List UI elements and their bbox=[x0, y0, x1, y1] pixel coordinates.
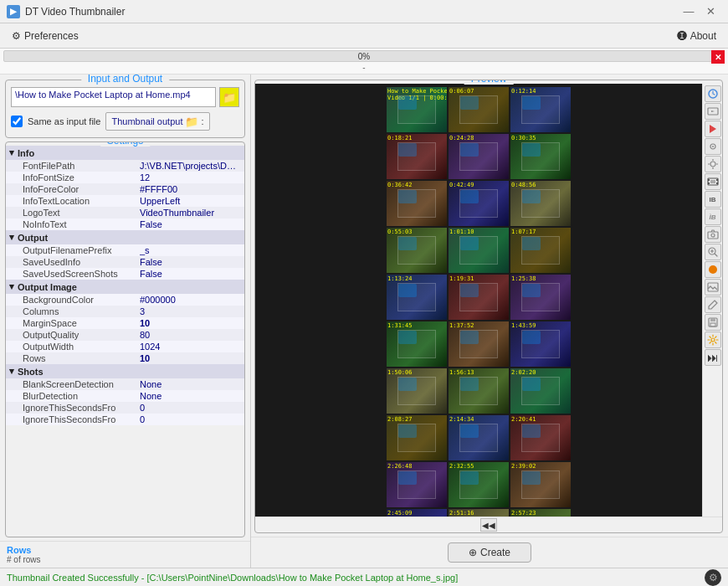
thumb-image: 2:14:34 bbox=[449, 415, 509, 460]
thumb-image: 2:02:20 bbox=[510, 368, 571, 414]
thumb-image: 0:36:42 bbox=[387, 181, 447, 226]
thumb-row: 1:13:24 1:19:31 1:25:38 bbox=[387, 275, 571, 320]
settings-shots-header[interactable]: ▾ Shots bbox=[6, 364, 244, 378]
thumb-image: 2:20:41 bbox=[510, 415, 571, 460]
progress-close-button[interactable]: ✕ bbox=[711, 50, 725, 64]
settings-item-outputquality[interactable]: OutputQuality 80 bbox=[6, 329, 244, 341]
browse-input-button[interactable]: 📁 bbox=[219, 87, 239, 107]
status-bar: Thumbnail Created Successfully - [C:\Use… bbox=[0, 568, 728, 586]
thumb-cell: How to Make Pocket Laptop...Video 1/1 | … bbox=[387, 87, 447, 132]
toolbar-btn-4[interactable] bbox=[705, 138, 721, 155]
thumbnail-output-button[interactable]: Thumbnail output 📁 : bbox=[105, 112, 209, 131]
thumb-image: 0:24:28 bbox=[449, 134, 509, 179]
thumb-cell: 2:39:02 bbox=[510, 462, 571, 507]
toolbar-btn-pencil[interactable] bbox=[705, 296, 721, 313]
thumb-cell: 0:36:42 bbox=[387, 181, 447, 226]
svg-point-3 bbox=[712, 146, 714, 147]
thumb-cell: 2:51:16 bbox=[449, 509, 509, 517]
svg-point-4 bbox=[710, 162, 715, 167]
toolbar-btn-orange[interactable] bbox=[705, 261, 721, 278]
settings-item-blankscreen[interactable]: BlankScreenDetection None bbox=[6, 378, 244, 390]
minimize-button[interactable]: — bbox=[678, 3, 700, 20]
toolbar-btn-save[interactable] bbox=[705, 314, 721, 331]
thumb-image: 1:07:17 bbox=[510, 228, 571, 273]
toolbar-btn-film[interactable] bbox=[705, 173, 721, 190]
settings-item-backgroundcolor[interactable]: BackgroundColor #000000 bbox=[6, 294, 244, 306]
settings-output-header[interactable]: ▾ Output bbox=[6, 230, 244, 244]
progress-label: 0% bbox=[358, 52, 370, 61]
same-as-input-checkbox[interactable] bbox=[11, 116, 23, 127]
settings-outputimage-header[interactable]: ▾ Output Image bbox=[6, 280, 244, 294]
thumb-cell: 1:19:31 bbox=[449, 275, 509, 320]
settings-item-infofontsize[interactable]: InfoFontSize 12 bbox=[6, 172, 244, 183]
settings-item-saveusedscreenshots[interactable]: SaveUsedScreenShots False bbox=[6, 268, 244, 280]
info-label: Info bbox=[18, 148, 34, 158]
status-gear-icon: ⚙ bbox=[705, 569, 721, 586]
thumb-image: 2:57:23 bbox=[510, 509, 571, 517]
preview-scroll-area[interactable]: How to Make Pocket Laptop...Video 1/1 | … bbox=[255, 84, 702, 517]
settings-item-noinfotext[interactable]: NoInfoText False bbox=[6, 218, 244, 230]
toolbar-btn-1[interactable] bbox=[705, 85, 721, 102]
about-label: About bbox=[690, 30, 716, 42]
toolbar-btn-5[interactable] bbox=[705, 156, 721, 172]
toolbar-zoom-btn[interactable] bbox=[705, 244, 721, 260]
thumb-image: 0:48:56 bbox=[510, 181, 571, 226]
thumbnail-output-label: Thumbnail output bbox=[111, 116, 182, 126]
settings-item-ignorethisseconds2[interactable]: IgnoreThisSecondsFro 0 bbox=[6, 414, 244, 425]
close-button[interactable]: ✕ bbox=[700, 3, 721, 20]
colon: : bbox=[201, 116, 203, 126]
thumb-cell: 0:30:35 bbox=[510, 134, 571, 179]
svg-rect-8 bbox=[716, 179, 718, 181]
right-panel: Preview How to Make Pocket Laptop...Vide… bbox=[251, 75, 728, 568]
toolbar-btn-photo[interactable] bbox=[705, 279, 721, 296]
svg-rect-18 bbox=[710, 323, 715, 326]
thumb-row: 0:36:42 0:42:49 0:48:56 bbox=[387, 181, 571, 226]
help-icon: 🅘 bbox=[677, 30, 687, 42]
toolbar-btn-ib2[interactable]: ÌB bbox=[705, 208, 721, 225]
settings-item-marginspace[interactable]: MarginSpace 10 bbox=[6, 317, 244, 329]
settings-legend: Settings bbox=[100, 141, 150, 146]
toolbar-btn-camera[interactable] bbox=[705, 226, 721, 243]
svg-rect-6 bbox=[708, 179, 710, 181]
title-bar: ▶ DT Video Thumbnailer — ✕ bbox=[0, 0, 728, 23]
thumb-cell: 2:20:41 bbox=[510, 415, 571, 460]
settings-tree[interactable]: ▾ Info FontFilePath J:\VB.NET\projects\D… bbox=[6, 146, 244, 537]
collapse-icon-outputimage: ▾ bbox=[9, 281, 14, 292]
left-panel: Input and Output \How to Make Pocket Lap… bbox=[0, 75, 251, 568]
settings-item-fontfilepath[interactable]: FontFilePath J:\VB.NET\projects\DT Vide bbox=[6, 160, 244, 172]
thumb-row: 2:08:27 2:14:34 2:20:41 bbox=[387, 415, 571, 460]
create-button[interactable]: ⊕ Create bbox=[448, 542, 531, 563]
gear-icon: ⚙ bbox=[12, 30, 21, 42]
progress-area: 0% - ✕ bbox=[0, 49, 728, 75]
settings-item-blurdetection[interactable]: BlurDetection None bbox=[6, 390, 244, 402]
settings-item-rows[interactable]: Rows 10 bbox=[6, 352, 244, 364]
preferences-menu-item[interactable]: ⚙ Preferences bbox=[3, 27, 87, 45]
collapse-icon-shots: ▾ bbox=[9, 366, 14, 377]
thumb-cell: 0:48:56 bbox=[510, 181, 571, 226]
svg-point-14 bbox=[709, 265, 717, 274]
toolbar-btn-cog[interactable] bbox=[705, 332, 721, 348]
rows-info-sub: # of rows bbox=[7, 555, 244, 564]
toolbar-btn-advance[interactable]: ⏭ bbox=[705, 349, 721, 366]
output-label: Output bbox=[18, 233, 48, 243]
thumb-image: 1:31:45 bbox=[387, 321, 447, 367]
progress-bar: 0% bbox=[3, 50, 725, 62]
settings-item-ignorethisseconds1[interactable]: IgnoreThisSecondsFro 0 bbox=[6, 402, 244, 414]
thumb-cell: 1:01:10 bbox=[449, 228, 509, 273]
thumb-image: 0:42:49 bbox=[449, 181, 509, 226]
about-menu-item[interactable]: 🅘 About bbox=[669, 27, 725, 45]
thumb-image: 0:30:35 bbox=[510, 134, 571, 179]
settings-item-columns[interactable]: Columns 3 bbox=[6, 306, 244, 317]
settings-item-logotext[interactable]: LogoText VideoThumbnailer bbox=[6, 207, 244, 218]
settings-item-saveusedinfo[interactable]: SaveUsedInfo False bbox=[6, 256, 244, 268]
settings-item-outputfilenameprefix[interactable]: OutputFilenamePrefix _s bbox=[6, 244, 244, 256]
toolbar-btn-2[interactable] bbox=[705, 103, 721, 120]
settings-item-outputwidth[interactable]: OutputWidth 1024 bbox=[6, 341, 244, 352]
settings-item-infotextlocation[interactable]: InfoTextLocation UpperLeft bbox=[6, 195, 244, 207]
nav-left-button[interactable]: ◀◀ bbox=[480, 518, 497, 532]
settings-info-header[interactable]: ▾ Info bbox=[6, 146, 244, 160]
settings-item-infoforecolor[interactable]: InfoForeColor #FFFF00 bbox=[6, 183, 244, 195]
toolbar-btn-ib[interactable]: IB bbox=[705, 191, 721, 208]
toolbar-btn-3[interactable] bbox=[705, 121, 721, 137]
thumb-row: 0:18:21 0:24:28 0:30:35 bbox=[387, 134, 571, 179]
